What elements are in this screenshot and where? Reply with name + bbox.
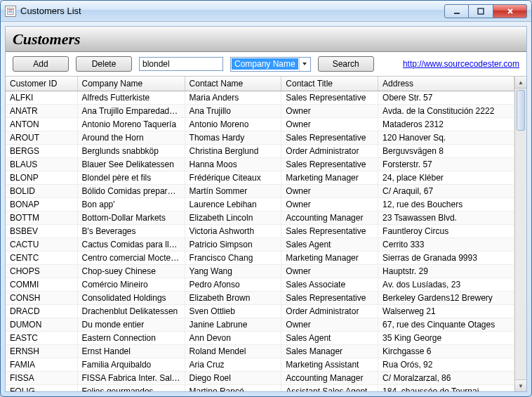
- cell-contact[interactable]: Yang Wang: [185, 265, 281, 278]
- cell-company[interactable]: Alfreds Futterkiste: [77, 91, 185, 105]
- table-row[interactable]: BOLIDBólido Comidas preparadasMartín Som…: [6, 185, 514, 198]
- cell-contact[interactable]: Patricio Simpson: [185, 238, 281, 252]
- table-row[interactable]: CHOPSChop-suey ChineseYang WangOwnerHaup…: [6, 265, 514, 278]
- cell-company[interactable]: Ana Trujillo Emparedados y...: [77, 105, 185, 118]
- cell-address[interactable]: Avda. de la Constitución 2222: [378, 105, 514, 118]
- cell-id[interactable]: BLONP: [6, 171, 77, 185]
- cell-id[interactable]: BERGS: [6, 145, 77, 158]
- cell-address[interactable]: Berguvsvägen 8: [378, 145, 514, 158]
- cell-company[interactable]: Eastern Connection: [77, 332, 185, 345]
- cell-title[interactable]: Owner: [281, 105, 378, 118]
- cell-contact[interactable]: Frédérique Citeaux: [185, 171, 281, 185]
- cell-title[interactable]: Accounting Manager: [281, 372, 378, 385]
- cell-company[interactable]: Around the Horn: [77, 131, 185, 145]
- source-link[interactable]: http://www.sourcecodester.com: [403, 59, 519, 69]
- cell-title[interactable]: Order Administrator: [281, 145, 378, 158]
- cell-contact[interactable]: Janine Labrune: [185, 318, 281, 332]
- cell-contact[interactable]: Hanna Moos: [185, 158, 281, 171]
- cell-contact[interactable]: Aria Cruz: [185, 358, 281, 372]
- cell-title[interactable]: Assistant Sales Agent: [281, 385, 378, 392]
- col-header-title[interactable]: Contact Title: [281, 77, 378, 91]
- cell-company[interactable]: Familia Arquibaldo: [77, 358, 185, 372]
- cell-id[interactable]: CONSH: [6, 292, 77, 305]
- cell-company[interactable]: Ernst Handel: [77, 345, 185, 358]
- table-row[interactable]: BOTTMBottom-Dollar MarketsElizabeth Linc…: [6, 211, 514, 225]
- cell-title[interactable]: Order Administrator: [281, 305, 378, 318]
- col-header-contact[interactable]: Contact Name: [185, 77, 281, 91]
- cell-company[interactable]: Blondel père et fils: [77, 171, 185, 185]
- table-row[interactable]: BSBEVB's BeveragesVictoria AshworthSales…: [6, 225, 514, 238]
- cell-title[interactable]: Marketing Assistant: [281, 358, 378, 372]
- scroll-thumb[interactable]: [517, 90, 525, 131]
- minimize-button[interactable]: [444, 4, 469, 18]
- cell-contact[interactable]: Christina Berglund: [185, 145, 281, 158]
- cell-address[interactable]: 12, rue des Bouchers: [378, 198, 514, 211]
- cell-title[interactable]: Sales Associate: [281, 278, 378, 292]
- cell-title[interactable]: Owner: [281, 118, 378, 131]
- table-row[interactable]: CENTCCentro comercial MoctezumaFrancisco…: [6, 252, 514, 265]
- cell-id[interactable]: FAMIA: [6, 358, 77, 372]
- cell-id[interactable]: BLAUS: [6, 158, 77, 171]
- scroll-track[interactable]: [515, 89, 526, 379]
- cell-address[interactable]: Rua Orós, 92: [378, 358, 514, 372]
- cell-address[interactable]: Obere Str. 57: [378, 91, 514, 105]
- cell-address[interactable]: 120 Hanover Sq.: [378, 131, 514, 145]
- cell-id[interactable]: CHOPS: [6, 265, 77, 278]
- table-row[interactable]: FISSAFISSA Fabrica Inter. Salchi...Diego…: [6, 372, 514, 385]
- table-row[interactable]: FAMIAFamilia ArquibaldoAria CruzMarketin…: [6, 358, 514, 372]
- close-button[interactable]: [493, 4, 527, 18]
- cell-address[interactable]: Av. dos Lusíadas, 23: [378, 278, 514, 292]
- cell-company[interactable]: Bottom-Dollar Markets: [77, 211, 185, 225]
- table-row[interactable]: FOLIGFolies gourmandesMartine RancéAssis…: [6, 385, 514, 392]
- cell-contact[interactable]: Ann Devon: [185, 332, 281, 345]
- cell-company[interactable]: Centro comercial Moctezuma: [77, 252, 185, 265]
- cell-contact[interactable]: Martín Sommer: [185, 185, 281, 198]
- cell-contact[interactable]: Elizabeth Brown: [185, 292, 281, 305]
- cell-company[interactable]: B's Beverages: [77, 225, 185, 238]
- cell-address[interactable]: 67, rue des Cinquante Otages: [378, 318, 514, 332]
- cell-id[interactable]: BOTTM: [6, 211, 77, 225]
- scroll-up-button[interactable]: ▲: [515, 77, 526, 89]
- cell-company[interactable]: Cactus Comidas para llevar: [77, 238, 185, 252]
- cell-company[interactable]: Folies gourmandes: [77, 385, 185, 392]
- cell-company[interactable]: Chop-suey Chinese: [77, 265, 185, 278]
- table-row[interactable]: ERNSHErnst HandelRoland MendelSales Mana…: [6, 345, 514, 358]
- cell-address[interactable]: 184, chaussée de Tournai: [378, 385, 514, 392]
- cell-title[interactable]: Owner: [281, 185, 378, 198]
- search-input[interactable]: [139, 57, 223, 71]
- table-row[interactable]: CONSHConsolidated HoldingsElizabeth Brow…: [6, 292, 514, 305]
- cell-company[interactable]: Blauer See Delikatessen: [77, 158, 185, 171]
- table-row[interactable]: EASTCEastern ConnectionAnn DevonSales Ag…: [6, 332, 514, 345]
- add-button[interactable]: Add: [13, 56, 69, 72]
- cell-contact[interactable]: Antonio Moreno: [185, 118, 281, 131]
- cell-address[interactable]: C/ Moralzarzal, 86: [378, 372, 514, 385]
- col-header-company[interactable]: Company Name: [77, 77, 185, 91]
- cell-title[interactable]: Accounting Manager: [281, 211, 378, 225]
- cell-contact[interactable]: Elizabeth Lincoln: [185, 211, 281, 225]
- cell-id[interactable]: COMMI: [6, 278, 77, 292]
- cell-id[interactable]: ALFKI: [6, 91, 77, 105]
- vertical-scrollbar[interactable]: ▲ ▼: [514, 77, 526, 391]
- cell-contact[interactable]: Francisco Chang: [185, 252, 281, 265]
- table-row[interactable]: DUMONDu monde entierJanine LabruneOwner6…: [6, 318, 514, 332]
- table-row[interactable]: ANATRAna Trujillo Emparedados y...Ana Tr…: [6, 105, 514, 118]
- cell-id[interactable]: DUMON: [6, 318, 77, 332]
- titlebar[interactable]: Customers List: [1, 1, 531, 22]
- table-row[interactable]: BLONPBlondel père et filsFrédérique Cite…: [6, 171, 514, 185]
- cell-id[interactable]: CENTC: [6, 252, 77, 265]
- cell-address[interactable]: 24, place Kléber: [378, 171, 514, 185]
- cell-contact[interactable]: Maria Anders: [185, 91, 281, 105]
- cell-id[interactable]: ANTON: [6, 118, 77, 131]
- cell-address[interactable]: C/ Araquil, 67: [378, 185, 514, 198]
- cell-contact[interactable]: Pedro Afonso: [185, 278, 281, 292]
- cell-company[interactable]: Bólido Comidas preparadas: [77, 185, 185, 198]
- cell-title[interactable]: Owner: [281, 198, 378, 211]
- maximize-button[interactable]: [469, 4, 493, 18]
- customers-grid[interactable]: Customer ID Company Name Contact Name Co…: [6, 77, 514, 391]
- table-row[interactable]: ALFKIAlfreds FutterkisteMaria AndersSale…: [6, 91, 514, 105]
- cell-company[interactable]: Drachenblut Delikatessen: [77, 305, 185, 318]
- cell-company[interactable]: Berglunds snabbköp: [77, 145, 185, 158]
- cell-company[interactable]: Comércio Mineiro: [77, 278, 185, 292]
- cell-title[interactable]: Owner: [281, 318, 378, 332]
- cell-contact[interactable]: Sven Ottlieb: [185, 305, 281, 318]
